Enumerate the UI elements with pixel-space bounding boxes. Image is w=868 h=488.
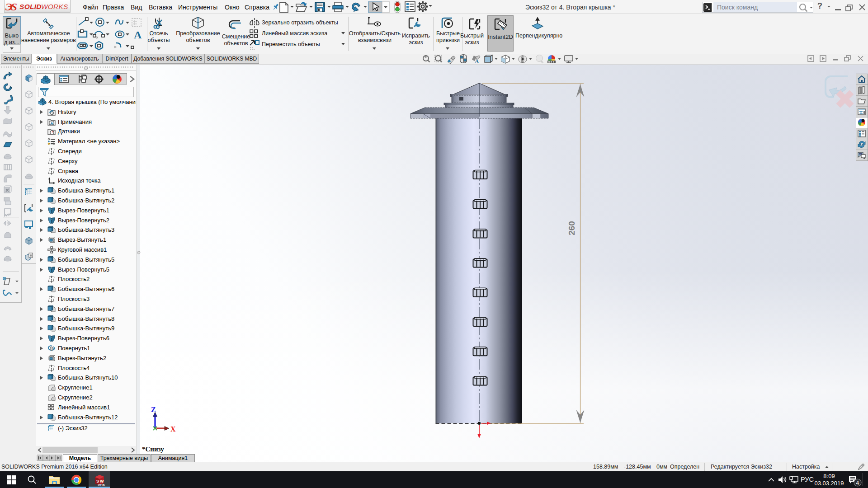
svg-text:260: 260 <box>567 221 576 235</box>
svg-text:A: A <box>475 58 479 64</box>
svg-text:SOLID: SOLID <box>19 3 42 10</box>
svg-text:WORKS: WORKS <box>41 3 68 10</box>
svg-text:2016: 2016 <box>98 483 105 487</box>
svg-text:ЭS: ЭS <box>5 1 17 13</box>
svg-text:A: A <box>50 121 53 126</box>
svg-text:X: X <box>170 425 176 433</box>
svg-text:W: W <box>100 479 104 483</box>
svg-text:Z: Z <box>151 406 156 413</box>
svg-text:4: 4 <box>856 480 859 486</box>
svg-text:S: S <box>96 479 99 483</box>
